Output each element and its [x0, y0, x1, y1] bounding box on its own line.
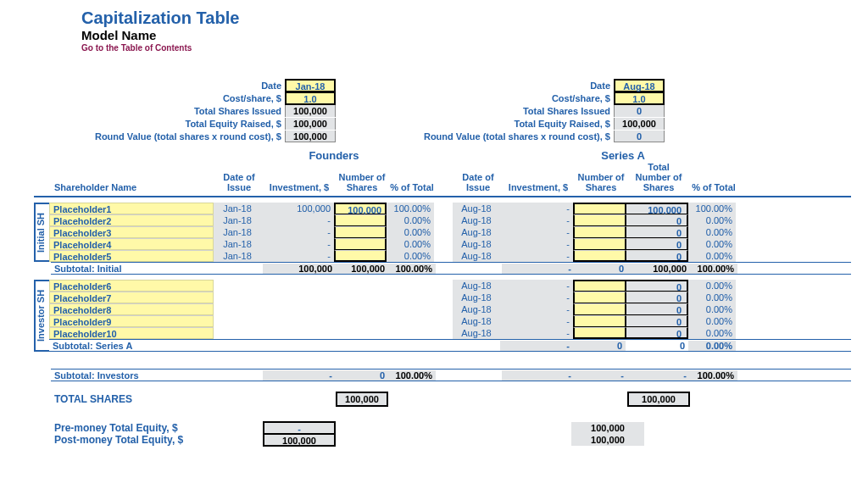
cell-inv-a: - — [500, 292, 573, 303]
cell-pt: 0.00% — [387, 226, 434, 238]
th-pt-f: % of Total — [388, 181, 436, 196]
cell-pt-a: 0.00% — [688, 280, 736, 292]
cell-inv: - — [261, 250, 334, 262]
cell-doi-a: Aug-18 — [453, 214, 500, 226]
model-name: Model Name — [81, 28, 851, 42]
table-row: Placeholder3 Jan-18 - 0.00% Aug-18 - 0 0… — [49, 226, 851, 238]
cell-inv: - — [261, 238, 334, 250]
cell-pt-a: 0.00% — [688, 238, 736, 250]
cell-inv-a: - — [500, 303, 573, 315]
shareholder-name[interactable]: Placeholder5 — [49, 250, 214, 262]
postmoney-f: 100,000 — [263, 433, 336, 447]
label-cost-a: Cost/share, $ — [385, 93, 610, 103]
cell-ns-edit-a[interactable] — [573, 303, 626, 315]
cell-ns-edit[interactable] — [334, 250, 387, 262]
cell-doi-a: Aug-18 — [453, 226, 500, 238]
cell-inv-a: - — [500, 250, 573, 262]
label-rv-a: Round Value (total shares x round cost),… — [385, 131, 610, 142]
toc-link[interactable]: Go to the Table of Contents — [81, 43, 851, 53]
shareholder-name[interactable]: Placeholder6 — [49, 280, 214, 292]
shareholder-name[interactable]: Placeholder1 — [49, 203, 214, 214]
cell-ns-edit[interactable] — [334, 214, 387, 226]
cell-pt-a: 0.00% — [688, 226, 736, 238]
cell-pt-a: 0.00% — [688, 327, 736, 339]
cell-ns-edit-a[interactable] — [573, 292, 626, 303]
founders-cost[interactable]: 1.0 — [285, 92, 336, 105]
cell-ns-edit[interactable] — [334, 226, 387, 238]
label-tsi: Total Shares Issued — [85, 106, 281, 116]
cell-pt: 100.00% — [387, 203, 434, 214]
label-ter: Total Equity Raised, $ — [85, 119, 281, 129]
cell-doi-a: Aug-18 — [453, 303, 500, 315]
th-ns-a: Number of Shares — [575, 170, 627, 196]
subtotal-seriesa-label: Subtotal: Series A — [49, 341, 214, 351]
shareholder-name[interactable]: Placeholder2 — [49, 214, 214, 226]
cell-ns-edit-a[interactable] — [573, 214, 626, 226]
subtotal-initial: Subtotal: Initial 100,000 100,000 100.00… — [51, 262, 851, 275]
cell-pt-a: 0.00% — [688, 214, 736, 226]
shareholder-name[interactable]: Placeholder4 — [49, 238, 214, 250]
premoney-label: Pre-money Total Equity, $ — [51, 422, 232, 434]
st-init-inv-f: 100,000 — [263, 264, 336, 274]
table-row: Placeholder10 Aug-18 - 0 0.00% — [49, 327, 851, 339]
st-sa-pt: 0.00% — [688, 341, 736, 351]
cell-ns-edit-a[interactable] — [573, 250, 626, 262]
st-invs-ns-a: - — [575, 370, 627, 381]
cell-ns-edit-a[interactable] — [573, 327, 626, 339]
premoney-a: 100,000 — [571, 422, 644, 434]
st-invs-inv-f: - — [263, 370, 336, 381]
th-ns-f: Number of Shares — [336, 170, 388, 196]
cell-tns: 0 — [626, 214, 688, 226]
cell-tns: 0 — [626, 226, 688, 238]
st-invs-ns-f: 0 — [336, 370, 388, 381]
label-tsi-a: Total Shares Issued — [385, 106, 610, 116]
shareholder-name[interactable]: Placeholder8 — [49, 303, 214, 315]
cell-tns: 0 — [626, 292, 688, 303]
cell-ns-edit-a[interactable] — [573, 280, 626, 292]
label-date: Date — [85, 81, 281, 91]
cell-ns-edit[interactable]: 100,000 — [334, 203, 387, 214]
postmoney-a: 100,000 — [571, 434, 644, 446]
seriesa-date[interactable]: Aug-18 — [614, 79, 665, 92]
label-date-a: Date — [385, 81, 610, 91]
founders-tsi: 100,000 — [285, 105, 336, 117]
th-inv-a: Investment, $ — [502, 181, 575, 196]
th-doi-f: Date of Issue — [215, 170, 263, 196]
cell-pt: 0.00% — [387, 250, 434, 262]
cell-inv-a: - — [500, 238, 573, 250]
seriesa-title: Series A — [471, 149, 775, 162]
st-init-pt-a: 100.00% — [690, 264, 737, 274]
table-row: Placeholder9 Aug-18 - 0 0.00% — [49, 315, 851, 327]
table-row: Placeholder7 Aug-18 - 0 0.00% — [49, 292, 851, 303]
cell-ns-edit-a[interactable] — [573, 315, 626, 327]
subtotal-initial-label: Subtotal: Initial — [51, 264, 215, 274]
subtotal-seriesa: Subtotal: Series A - 0 0 0.00% — [49, 339, 851, 352]
shareholder-name[interactable]: Placeholder9 — [49, 315, 214, 327]
cell-ns-edit-a[interactable] — [573, 238, 626, 250]
cell-pt-a: 0.00% — [688, 250, 736, 262]
shareholder-name[interactable]: Placeholder7 — [49, 292, 214, 303]
shareholder-name[interactable]: Placeholder10 — [49, 327, 214, 339]
cell-ns-edit[interactable] — [334, 238, 387, 250]
shareholder-name[interactable]: Placeholder3 — [49, 226, 214, 238]
seriesa-tsi: 0 — [614, 105, 665, 117]
label-ter-a: Total Equity Raised, $ — [385, 119, 610, 129]
table-row: Placeholder4 Jan-18 - 0.00% Aug-18 - 0 0… — [49, 238, 851, 250]
cell-doi: Jan-18 — [214, 238, 261, 250]
st-sa-inv: - — [500, 341, 573, 351]
founders-date[interactable]: Jan-18 — [285, 79, 336, 92]
cell-ns-edit-a[interactable] — [573, 226, 626, 238]
cell-doi-a: Aug-18 — [453, 238, 500, 250]
table-row: Placeholder2 Jan-18 - 0.00% Aug-18 - 0 0… — [49, 214, 851, 226]
seriesa-cost[interactable]: 1.0 — [614, 92, 665, 105]
total-shares-label: TOTAL SHARES — [51, 393, 215, 405]
cell-doi-a: Aug-18 — [453, 250, 500, 262]
cell-doi-a: Aug-18 — [453, 315, 500, 327]
cell-doi-a: Aug-18 — [453, 203, 500, 214]
cell-inv-a: - — [500, 203, 573, 214]
founders-rv: 100,000 — [285, 131, 336, 142]
th-tns-a: Total Number of Shares — [627, 160, 690, 196]
subtotal-investors-label: Subtotal: Investors — [51, 370, 215, 381]
cell-ns-edit-a[interactable] — [573, 203, 626, 214]
st-init-tns-a: 100,000 — [627, 264, 690, 274]
